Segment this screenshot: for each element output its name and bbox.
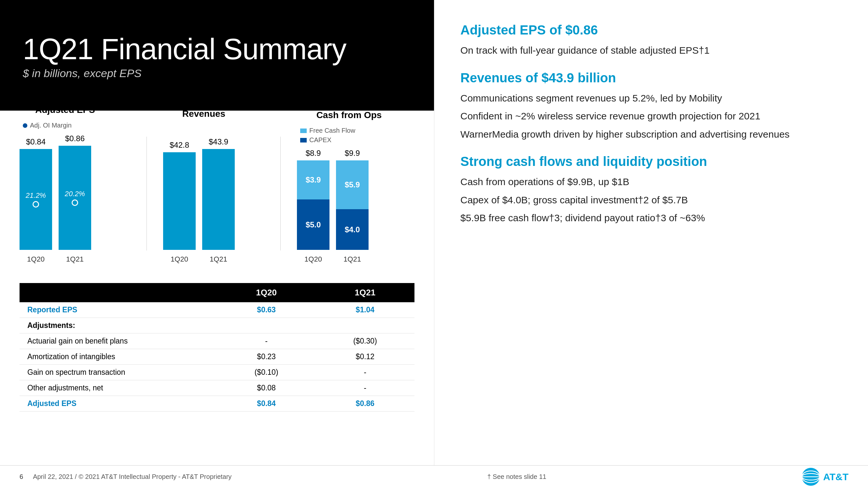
- chart-divider-1: [147, 137, 147, 251]
- title-section: 1Q21 Financial Summary $ in billions, ex…: [0, 0, 434, 110]
- chart-divider-2: [280, 137, 281, 251]
- eps-bar-text-1q21: 20.2%: [65, 190, 85, 206]
- table-row: Adjusted EPS$0.84$0.86: [20, 396, 414, 412]
- rev-quarter-label-1q21: 1Q21: [210, 255, 227, 263]
- revenues-chart: Revenues $42.8 1Q20 $43.9 1Q21: [163, 109, 245, 263]
- cash-ops-chart-area: $8.9 $3.9 $5.0 1Q20 $9.9 $5.9: [297, 149, 369, 263]
- rev-bar-1q21: $43.9 1Q21: [202, 137, 235, 263]
- eps-quarter-label-1q20: 1Q20: [27, 255, 44, 263]
- eps-bar-1q21: $0.86 20.2% 1Q21: [59, 134, 91, 263]
- fcf-legend-item: Free Cash Flow: [300, 127, 355, 134]
- footer-note: † See notes slide 11: [487, 473, 546, 481]
- slide-title: 1Q21 Financial Summary: [23, 34, 411, 64]
- eps-chart-area: $0.84 21.2% 1Q20 $0.86: [20, 134, 91, 263]
- eps-quarter-label-1q21: 1Q21: [66, 255, 84, 263]
- table-row: Gain on spectrum transaction($0.10)-: [20, 365, 414, 380]
- cash-bar-1q21: $9.9 $5.9 $4.0 1Q21: [336, 149, 369, 263]
- cash-ops-chart: Cash from Ops Free Cash Flow CAPEX: [297, 110, 401, 263]
- table-cell-label: Reported EPS: [20, 302, 217, 318]
- att-logo: AT&T: [802, 468, 848, 486]
- right-bullet-1-1: Confident in ~2% wireless service revenu…: [460, 109, 842, 123]
- table-cell-1q21: ($0.30): [316, 333, 414, 349]
- eps-circle-icon-1q21: [72, 199, 78, 206]
- table-col-1q20: 1Q20: [217, 283, 316, 302]
- table-cell-1q20: -: [217, 333, 316, 349]
- table-row: Reported EPS$0.63$1.04: [20, 302, 414, 318]
- rev-value-1q20: $42.8: [169, 140, 189, 150]
- table-cell-1q20: $0.84: [217, 396, 316, 412]
- table-cell-1q21: [316, 318, 414, 333]
- table-cell-1q20: $0.08: [217, 380, 316, 396]
- cash-stacked-1q21: $5.9 $4.0: [336, 160, 369, 250]
- cash-total-1q20: $8.9: [306, 149, 321, 158]
- revenues-chart-area: $42.8 1Q20 $43.9 1Q21: [163, 137, 235, 263]
- cash-ops-chart-title: Cash from Ops: [297, 110, 401, 120]
- eps-value-1q20: $0.84: [26, 137, 45, 147]
- eps-legend: Adj. OI Margin: [23, 122, 72, 129]
- capex-legend-label: CAPEX: [309, 136, 332, 144]
- footer-left: 6 April 22, 2021 / © 2021 AT&T Intellect…: [20, 473, 231, 481]
- right-bullet-2-2: $5.9B free cash flow†3; dividend payout …: [460, 211, 842, 225]
- slide-subtitle: $ in billions, except EPS: [23, 67, 411, 80]
- footer-copyright: April 22, 2021 / © 2021 AT&T Intellectua…: [33, 473, 231, 481]
- table-cell-1q20: $0.23: [217, 349, 316, 365]
- table-col-1q21: 1Q21: [316, 283, 414, 302]
- table-cell-label: Adjustments:: [20, 318, 217, 333]
- att-logo-text: AT&T: [823, 471, 848, 483]
- right-section-heading-1: Revenues of $43.9 billion: [460, 71, 842, 85]
- rev-quarter-label-1q20: 1Q20: [170, 255, 188, 263]
- right-section-heading-2: Strong cash flows and liquidity position: [460, 154, 842, 169]
- eps-bar-rect-1q20: 21.2%: [20, 149, 52, 250]
- rev-bar-1q20: $42.8 1Q20: [163, 140, 196, 263]
- fcf-legend-color: [300, 129, 307, 133]
- cash-quarter-label-1q21: 1Q21: [343, 255, 361, 263]
- footer: 6 April 22, 2021 / © 2021 AT&T Intellect…: [0, 465, 868, 488]
- cash-total-1q21: $9.9: [345, 149, 360, 158]
- eps-circle-icon-1q20: [33, 201, 39, 207]
- right-section-heading-0: Adjusted EPS of $0.86: [460, 23, 842, 37]
- legend-dot-icon: [23, 123, 27, 128]
- capex-legend-item: CAPEX: [300, 136, 355, 144]
- cash-quarter-label-1q20: 1Q20: [304, 255, 322, 263]
- charts-section: Adjusted EPS Adj. OI Margin $0.84 21.2%: [0, 110, 434, 465]
- table-cell-1q20: [217, 318, 316, 333]
- cash-capex-segment-1q20: $5.0: [297, 199, 330, 250]
- table-cell-label: Actuarial gain on benefit plans: [20, 333, 217, 349]
- cash-ops-legend: Free Cash Flow CAPEX: [300, 127, 355, 144]
- right-panel: Adjusted EPS of $0.86On track with full-…: [434, 0, 868, 465]
- cash-stacked-1q20: $3.9 $5.0: [297, 160, 330, 250]
- eps-bar-text-1q20: 21.2%: [26, 191, 46, 207]
- eps-value-1q21: $0.86: [65, 134, 85, 143]
- eps-legend-label: Adj. OI Margin: [30, 122, 72, 129]
- eps-chart: Adjusted EPS Adj. OI Margin $0.84 21.2%: [20, 105, 111, 263]
- table-header-row: 1Q20 1Q21: [20, 283, 414, 302]
- table-cell-label: Gain on spectrum transaction: [20, 365, 217, 380]
- table-cell-1q21: $0.86: [316, 396, 414, 412]
- table-cell-1q20: ($0.10): [217, 365, 316, 380]
- revenues-chart-title: Revenues: [163, 109, 245, 119]
- table-cell-1q21: -: [316, 380, 414, 396]
- eps-bar-1q20: $0.84 21.2% 1Q20: [20, 137, 52, 263]
- table-cell-label: Other adjustments, net: [20, 380, 217, 396]
- right-bullet-1-0: Communications segment revenues up 5.2%,…: [460, 91, 842, 105]
- fcf-legend-label: Free Cash Flow: [309, 127, 355, 134]
- table-cell-1q21: $1.04: [316, 302, 414, 318]
- right-sections: Adjusted EPS of $0.86On track with full-…: [460, 23, 842, 225]
- right-bullet-2-0: Cash from operations of $9.9B, up $1B: [460, 175, 842, 189]
- table-col-label: [20, 283, 217, 302]
- eps-table-body: Reported EPS$0.63$1.04Adjustments:Actuar…: [20, 302, 414, 412]
- rev-value-1q21: $43.9: [209, 137, 228, 147]
- eps-table: 1Q20 1Q21 Reported EPS$0.63$1.04Adjustme…: [20, 283, 414, 412]
- cash-capex-segment-1q21: $4.0: [336, 209, 369, 250]
- right-bullet-2-1: Capex of $4.0B; gross capital investment…: [460, 193, 842, 207]
- left-panel: 1Q21 Financial Summary $ in billions, ex…: [0, 0, 434, 465]
- cash-fcf-segment-1q21: $5.9: [336, 160, 369, 209]
- footer-page-number: 6: [20, 473, 23, 481]
- table-row: Amortization of intangibles$0.23$0.12: [20, 349, 414, 365]
- table-cell-label: Adjusted EPS: [20, 396, 217, 412]
- rev-bar-rect-1q21: [202, 149, 235, 250]
- right-bullet-0-0: On track with full-year guidance of stab…: [460, 43, 842, 58]
- rev-bar-rect-1q20: [163, 152, 196, 250]
- capex-legend-color: [300, 138, 307, 142]
- table-cell-1q20: $0.63: [217, 302, 316, 318]
